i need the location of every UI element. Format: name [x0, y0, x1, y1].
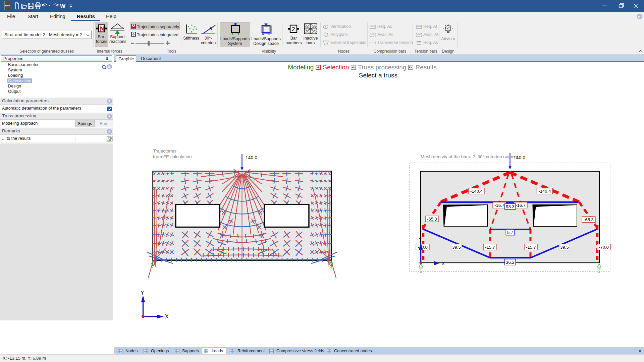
svg-text:-15.7: -15.7	[526, 245, 536, 250]
svg-text:Y: Y	[141, 290, 144, 296]
svg-text:39.5: 39.5	[560, 245, 569, 250]
svg-text:-16.7: -16.7	[516, 203, 526, 208]
svg-text:Y: Y	[419, 236, 422, 242]
svg-text:36.2: 36.2	[506, 260, 514, 265]
svg-text:X: X	[441, 260, 445, 266]
svg-text:-65.3: -65.3	[584, 217, 594, 222]
svg-text:140.0: 140.0	[514, 155, 525, 160]
svg-text:2: 2	[330, 266, 333, 271]
svg-text:39.5: 39.5	[452, 245, 461, 250]
svg-text:from FE calculation: from FE calculation	[153, 154, 192, 159]
svg-text:N: N	[100, 25, 104, 32]
svg-text:-16.7: -16.7	[494, 203, 504, 208]
svg-text:93.3: 93.3	[506, 204, 514, 209]
svg-text:5.7: 5.7	[507, 230, 513, 235]
svg-text:-70.0: -70.0	[599, 245, 609, 250]
svg-text:2: 2	[292, 26, 295, 33]
svg-text:-15.7: -15.7	[485, 245, 495, 250]
svg-text:1: 1	[420, 268, 422, 274]
svg-text:-65.3: -65.3	[427, 217, 437, 222]
svg-text:W: W	[60, 3, 66, 9]
svg-text:Trajectories: Trajectories	[153, 148, 176, 154]
svg-text:X: X	[165, 314, 169, 319]
svg-text:140.0: 140.0	[246, 155, 257, 160]
svg-text:1: 1	[152, 266, 154, 271]
svg-text:Mesh density of the bars: 2: 3: Mesh density of the bars: 2: 30°-criteri…	[421, 154, 519, 159]
svg-text:-140.4: -140.4	[470, 189, 483, 194]
svg-text:2: 2	[598, 268, 600, 274]
svg-text:-140.4: -140.4	[539, 189, 551, 194]
